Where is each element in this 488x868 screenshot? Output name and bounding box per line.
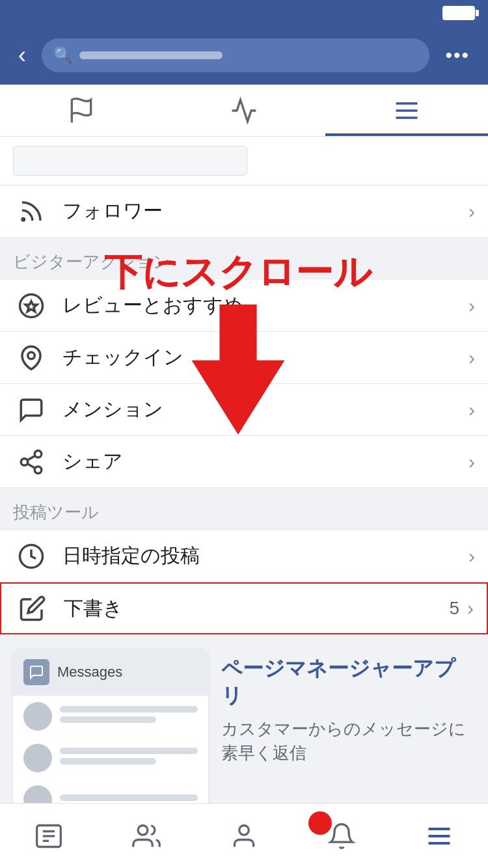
scheduled-label: 日時指定の投稿: [62, 543, 468, 569]
bell-icon: [327, 822, 356, 850]
tab-active-indicator: [325, 133, 488, 136]
chat-icon: [13, 392, 49, 428]
drafts-badge: 5: [449, 598, 459, 619]
menu-item-shares[interactable]: シェア ›: [0, 436, 488, 488]
graph-icon: [230, 96, 258, 125]
app-promo-header: Messages: [13, 649, 208, 696]
chevron-icon: ›: [468, 295, 475, 317]
svg-point-19: [138, 825, 148, 835]
checkin-label: チェックイン: [62, 344, 468, 371]
menu-item-reviews[interactable]: レビューとおすすめ ›: [0, 280, 488, 332]
menu-item-checkin[interactable]: チェックイン ›: [0, 332, 488, 384]
search-placeholder: [79, 51, 223, 59]
search-icon: 🔍: [53, 46, 73, 64]
battery-icon: [442, 6, 475, 20]
tab-bar: [0, 85, 488, 137]
nav-bar: ‹ 🔍 •••: [0, 26, 488, 85]
tab-graph[interactable]: [163, 85, 325, 136]
content-list: フォロワー ›: [0, 185, 488, 237]
friends-icon: [132, 822, 161, 850]
svg-point-9: [21, 458, 28, 465]
menu-icon: [392, 96, 421, 125]
bottom-nav-news[interactable]: [0, 804, 98, 868]
clock-icon: [13, 538, 49, 575]
message-item-2: [13, 737, 208, 779]
messages-title: Messages: [57, 664, 122, 681]
drafts-label: 下書き: [64, 595, 449, 622]
more-button[interactable]: •••: [440, 39, 475, 72]
hamburger-icon: [425, 822, 454, 850]
visitor-actions-list: レビューとおすすめ › チェックイン › メンション ›: [0, 280, 488, 488]
app-promo-title: ページマネージャーアプリ: [221, 655, 475, 709]
svg-point-10: [34, 467, 42, 474]
status-bar: [0, 0, 488, 26]
chevron-icon: ›: [468, 200, 475, 223]
section-post-tools: 投稿ツール: [0, 488, 488, 530]
app-promo-desc: カスタマーからのメッセージに素早く返信: [221, 717, 475, 765]
search-input-row: [0, 137, 488, 185]
text-line: [60, 794, 198, 801]
menu-item-followers[interactable]: フォロワー ›: [0, 185, 488, 237]
avatar: [23, 702, 52, 731]
svg-marker-6: [25, 301, 37, 312]
bottom-nav-notifications[interactable]: [293, 804, 390, 868]
chevron-icon: ›: [468, 451, 475, 473]
svg-point-7: [28, 352, 35, 359]
search-bar[interactable]: 🔍: [42, 38, 429, 72]
search-input[interactable]: [13, 146, 247, 176]
rss-icon: [13, 193, 49, 230]
app-promo-card: Messages: [13, 649, 208, 821]
message-item-1: [13, 696, 208, 737]
flag-icon: [67, 96, 96, 125]
post-tools-list: 日時指定の投稿 › 下書き 5 ›: [0, 530, 488, 634]
avatar: [23, 744, 52, 772]
profile-icon: [230, 822, 258, 850]
text-line: [60, 706, 198, 712]
app-promo-info: ページマネージャーアプリ カスタマーからのメッセージに素早く返信: [221, 649, 475, 771]
tab-flag[interactable]: [0, 85, 163, 136]
reviews-label: レビューとおすすめ: [62, 292, 468, 319]
text-lines: [60, 748, 198, 768]
news-icon: [34, 822, 63, 850]
chevron-icon: ›: [468, 545, 475, 567]
text-lines: [60, 706, 198, 727]
bottom-nav-profile[interactable]: [195, 804, 293, 868]
section-visitor-actions: ビジターアクション: [0, 237, 488, 280]
svg-point-5: [20, 294, 43, 317]
chevron-icon: ›: [468, 399, 475, 421]
location-icon: [13, 340, 49, 376]
messages-app-icon: [23, 659, 49, 685]
mentions-label: メンション: [62, 396, 468, 423]
shares-label: シェア: [62, 448, 468, 475]
star-circle-icon: [13, 288, 49, 324]
svg-point-8: [34, 450, 42, 457]
share-icon: [13, 444, 49, 480]
menu-item-scheduled[interactable]: 日時指定の投稿 ›: [0, 530, 488, 582]
followers-label: フォロワー: [62, 198, 468, 224]
svg-line-11: [27, 463, 35, 468]
text-line-short: [60, 716, 156, 723]
tab-menu[interactable]: [325, 85, 488, 136]
bottom-nav-menu[interactable]: [390, 804, 488, 868]
notification-badge: [308, 811, 332, 835]
chevron-icon: ›: [467, 597, 474, 619]
menu-item-mentions[interactable]: メンション ›: [0, 384, 488, 436]
svg-point-4: [22, 218, 25, 221]
bottom-nav: [0, 803, 488, 868]
svg-line-12: [27, 455, 35, 460]
menu-item-drafts[interactable]: 下書き 5 ›: [0, 582, 488, 634]
svg-point-20: [239, 825, 249, 835]
chevron-icon: ›: [468, 347, 475, 369]
bottom-nav-friends[interactable]: [98, 804, 195, 868]
text-line-short: [60, 758, 156, 765]
back-button[interactable]: ‹: [13, 36, 31, 74]
pencil-icon: [14, 590, 51, 627]
text-line: [60, 748, 198, 754]
